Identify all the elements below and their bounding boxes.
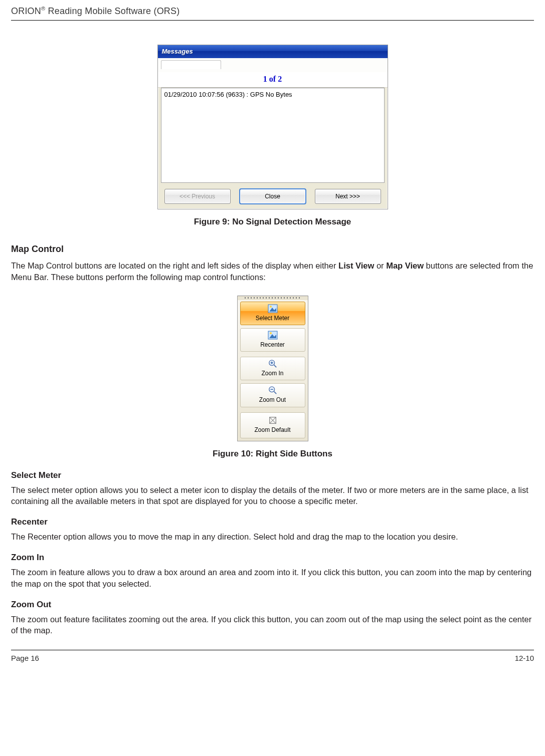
map-control-pre: The Map Control buttons are located on t… <box>11 261 338 270</box>
zoom-in-label: Zoom In <box>261 369 283 377</box>
select-meter-button[interactable]: Select Meter <box>240 302 305 325</box>
zoom-default-label: Zoom Default <box>254 426 290 434</box>
close-button[interactable]: Close <box>240 189 306 204</box>
dialog-button-row: <<< Previous Close Next >>> <box>158 186 388 209</box>
page-number-right: 12-10 <box>515 653 534 663</box>
running-head-post: Reading Mobile Software (ORS) <box>45 6 179 16</box>
zoom-in-body: The zoom in feature allows you to draw a… <box>11 567 534 589</box>
select-meter-label: Select Meter <box>256 314 289 322</box>
toolbar-grip[interactable] <box>238 296 308 300</box>
message-line: 01/29/2010 10:07:56 (9633) : GPS No Byte… <box>164 91 292 98</box>
zoom-out-button[interactable]: Zoom Out <box>240 383 305 407</box>
right-side-toolbar: Select Meter Recenter Zoom In <box>237 296 308 441</box>
dialog-tab[interactable] <box>161 60 221 69</box>
recenter-button[interactable]: Recenter <box>240 328 305 352</box>
recenter-body: The Recenter option allows you to move t… <box>11 531 534 542</box>
page-footer: Page 16 12-10 <box>11 653 534 663</box>
figure-10: Select Meter Recenter Zoom In <box>11 292 534 460</box>
zoom-out-label: Zoom Out <box>259 396 286 404</box>
list-view-term: List View <box>338 261 374 270</box>
map-control-intro: The Map Control buttons are located on t… <box>11 260 534 283</box>
image-icon <box>268 304 278 313</box>
previous-button[interactable]: <<< Previous <box>164 189 231 204</box>
messages-dialog: Messages 1 of 2 01/29/2010 10:07:56 (963… <box>157 45 388 209</box>
zoom-out-icon <box>268 386 278 395</box>
zoom-in-button[interactable]: Zoom In <box>240 357 305 380</box>
select-meter-body: The select meter option allows you to se… <box>11 484 534 507</box>
recenter-label: Recenter <box>260 341 285 349</box>
toolbar-separator-2 <box>238 409 308 411</box>
figure-9: Messages 1 of 2 01/29/2010 10:07:56 (963… <box>11 45 534 228</box>
figure-9-caption: Figure 9: No Signal Detection Message <box>11 216 534 228</box>
zoom-out-heading: Zoom Out <box>11 599 534 611</box>
dialog-title: Messages <box>162 48 193 55</box>
zoom-default-button[interactable]: Zoom Default <box>240 412 305 438</box>
zoom-out-body: The zoom out feature facilitates zooming… <box>11 614 534 636</box>
zoom-in-heading: Zoom In <box>11 552 534 564</box>
footer-rule <box>11 650 534 650</box>
map-view-term: Map View <box>386 261 424 270</box>
svg-line-7 <box>274 365 276 368</box>
svg-point-5 <box>270 332 272 334</box>
select-meter-heading: Select Meter <box>11 470 534 481</box>
svg-point-2 <box>270 306 272 308</box>
dialog-titlebar: Messages <box>158 45 388 58</box>
message-pane: 01/29/2010 10:07:56 (9633) : GPS No Byte… <box>161 88 385 183</box>
message-counter-text: 1 of 2 <box>263 75 282 83</box>
message-counter: 1 of 2 <box>158 73 388 88</box>
map-control-heading: Map Control <box>11 243 534 255</box>
running-head-pre: ORION <box>11 6 41 16</box>
toolbar-separator <box>238 353 308 355</box>
svg-line-11 <box>274 392 276 394</box>
next-button[interactable]: Next >>> <box>315 189 381 204</box>
running-head: ORION® Reading Mobile Software (ORS) <box>11 5 534 17</box>
reset-icon <box>268 416 278 425</box>
map-control-mid: or <box>374 261 386 270</box>
dialog-tab-strip <box>158 58 388 72</box>
page-number-left: Page 16 <box>11 653 39 663</box>
zoom-in-icon <box>268 359 278 368</box>
recenter-heading: Recenter <box>11 517 534 528</box>
image-icon <box>268 331 278 340</box>
figure-10-caption: Figure 10: Right Side Buttons <box>11 448 534 460</box>
header-rule <box>11 20 534 21</box>
